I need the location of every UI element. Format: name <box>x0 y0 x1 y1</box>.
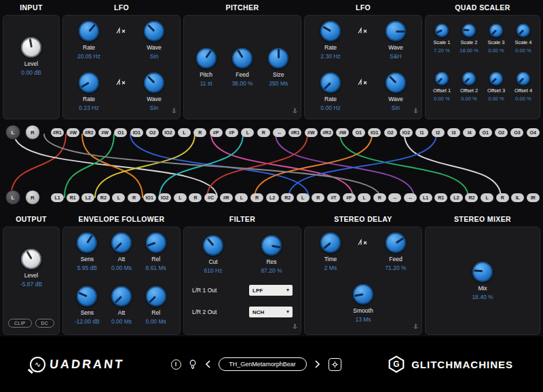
patch-port[interactable]: O2 <box>495 128 508 137</box>
patch-port[interactable]: R <box>257 128 270 137</box>
lfo2-rate-knob[interactable] <box>320 21 341 41</box>
patch-port[interactable]: L <box>235 193 248 202</box>
patch-port[interactable]: #R2 <box>320 128 333 137</box>
preset-name-display[interactable]: TH_GenMetamorphBear <box>219 357 307 371</box>
patch-port[interactable]: O2 <box>384 128 397 137</box>
patch-port[interactable]: L <box>481 193 493 202</box>
output-level-knob[interactable] <box>21 249 41 269</box>
retrig-icon[interactable] <box>358 238 369 248</box>
patch-port[interactable]: O2 <box>146 128 159 137</box>
feed-knob[interactable] <box>232 48 252 68</box>
patch-port[interactable]: O3 <box>510 128 523 137</box>
retrig-icon[interactable] <box>116 78 127 87</box>
filter-cut-knob[interactable] <box>203 235 223 256</box>
patch-port[interactable]: #R1 <box>51 128 64 137</box>
patch-port[interactable]: L <box>241 128 254 137</box>
patch-port[interactable]: IO1 <box>130 128 143 137</box>
patch-port[interactable]: L1 <box>419 193 432 202</box>
mix-knob[interactable] <box>472 262 493 282</box>
patch-port[interactable]: #W <box>98 128 111 137</box>
patch-cable[interactable] <box>14 134 217 197</box>
patch-port[interactable]: #F <box>343 193 356 202</box>
env-att-knob[interactable] <box>111 233 132 253</box>
patch-port[interactable]: L2 <box>266 193 279 202</box>
patch-port[interactable]: R <box>312 193 324 202</box>
patch-port[interactable]: #W <box>305 128 318 137</box>
offset-4-knob[interactable] <box>517 72 530 85</box>
patch-port[interactable]: #T <box>327 193 340 202</box>
filter-res-knob[interactable] <box>261 235 282 256</box>
scale-3-knob[interactable] <box>489 24 503 37</box>
patch-port[interactable]: O1 <box>114 128 127 137</box>
patch-cable[interactable] <box>405 134 501 197</box>
offset-1-knob[interactable] <box>435 72 449 85</box>
patch-port[interactable]: I4 <box>463 128 476 137</box>
patch-jack[interactable]: R <box>25 190 40 205</box>
lfo1-wave-knob[interactable] <box>144 21 164 41</box>
lightbulb-icon[interactable] <box>189 359 197 370</box>
clip-button[interactable]: CLIP <box>8 319 31 328</box>
patch-port[interactable]: L <box>297 193 310 202</box>
patch-cable[interactable] <box>255 134 372 197</box>
patch-port[interactable]: R <box>189 193 202 202</box>
scale-2-knob[interactable] <box>462 24 476 37</box>
patch-port[interactable]: L2 <box>81 193 94 202</box>
retrig-icon[interactable] <box>116 26 127 36</box>
lfo2-wave-knob[interactable] <box>386 21 406 41</box>
patch-port[interactable]: R2 <box>97 193 110 202</box>
pitch-knob[interactable] <box>196 48 217 68</box>
patch-port[interactable]: IR <box>527 193 540 202</box>
patch-jack[interactable]: L <box>5 125 20 140</box>
next-preset-button[interactable] <box>314 359 321 369</box>
patch-port[interactable]: L <box>178 128 191 137</box>
info-icon[interactable]: ! <box>171 359 181 370</box>
patch-port[interactable]: #R1 <box>288 128 301 137</box>
patch-port[interactable]: IO2 <box>162 128 175 137</box>
patch-port[interactable]: O1 <box>479 128 492 137</box>
previous-preset-button[interactable] <box>204 359 211 369</box>
lfo2-rate2-knob[interactable] <box>320 73 341 93</box>
patch-port[interactable]: O4 <box>527 128 540 137</box>
patch-port[interactable]: IO2 <box>400 128 413 137</box>
patch-port[interactable]: L1 <box>51 193 64 202</box>
patch-port[interactable]: R1 <box>67 193 79 202</box>
input-level-knob[interactable] <box>21 37 41 58</box>
env-sens-knob[interactable] <box>77 233 97 253</box>
patch-port[interactable]: #F <box>225 128 238 137</box>
patch-cable[interactable] <box>288 134 436 197</box>
env-rel-knob[interactable] <box>146 233 166 253</box>
delay-feed-knob[interactable] <box>386 233 406 253</box>
scale-4-knob[interactable] <box>517 24 530 37</box>
env-rel2-knob[interactable] <box>146 286 166 307</box>
patch-port[interactable]: R <box>373 193 386 202</box>
patch-port[interactable]: R <box>496 193 509 202</box>
dc-button[interactable]: DC <box>35 319 54 328</box>
patch-port[interactable]: -- <box>404 193 417 202</box>
patch-cable[interactable] <box>64 134 114 197</box>
patch-port[interactable]: -- <box>273 128 286 137</box>
lfo1-wave2-knob[interactable] <box>144 73 164 93</box>
patch-port[interactable]: -- <box>388 193 401 202</box>
patch-port[interactable]: O1 <box>352 128 365 137</box>
env-sens2-knob[interactable] <box>77 286 97 307</box>
lfo1-rate2-knob[interactable] <box>79 73 99 93</box>
patch-port[interactable]: I1 <box>415 128 428 137</box>
patch-port[interactable]: IO1 <box>143 193 156 202</box>
patch-port[interactable]: I2 <box>432 128 445 137</box>
retrig-icon[interactable] <box>358 26 369 36</box>
patch-port[interactable]: R2 <box>465 193 478 202</box>
patch-port[interactable]: #P <box>210 128 223 137</box>
patch-port[interactable]: L2 <box>450 193 463 202</box>
patch-cable[interactable] <box>211 134 353 197</box>
patch-jack[interactable]: L <box>5 190 20 205</box>
patch-port[interactable]: R1 <box>434 193 447 202</box>
patch-port[interactable]: IO2 <box>158 193 171 202</box>
preset-menu-icon[interactable] <box>329 358 341 371</box>
patch-port[interactable]: #R <box>220 193 233 202</box>
patch-port[interactable]: #C <box>204 193 217 202</box>
lfo1-rate-knob[interactable] <box>79 21 99 41</box>
patch-port[interactable]: L <box>358 193 371 202</box>
patch-port[interactable]: R <box>250 193 263 202</box>
offset-3-knob[interactable] <box>489 72 503 85</box>
patch-port[interactable]: I3 <box>447 128 460 137</box>
